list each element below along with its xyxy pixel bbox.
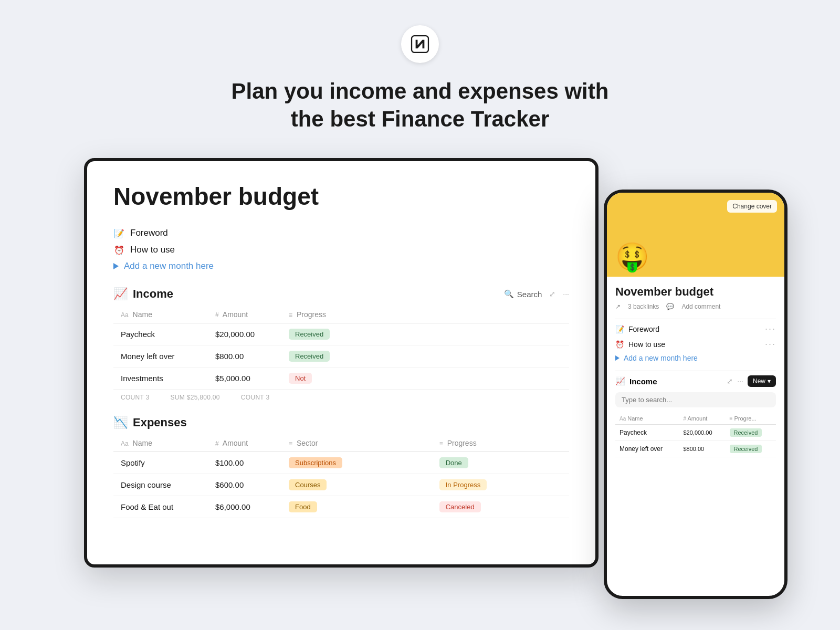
row-amount: $600.00 (208, 474, 281, 496)
mobile-content: November budget ↗ 3 backlinks 💬 Add comm… (607, 277, 784, 596)
mobile-foreword-link[interactable]: 📝 Foreword (615, 325, 659, 333)
row-amount: $5,000.00 (208, 368, 281, 390)
more-options-icon[interactable]: ··· (563, 290, 569, 298)
mobile-row-progress: Received (726, 441, 776, 457)
add-month-link[interactable]: Add a new month here (113, 261, 569, 271)
mobile-row-amount: $20,000.00 (679, 425, 725, 441)
income-icon-m: 📈 (615, 376, 625, 386)
income-icon: 📈 (113, 287, 128, 301)
row-name: Paycheck (113, 323, 208, 345)
backlinks-icon: ↗ (615, 303, 621, 310)
devices-container: November budget 📝 Foreword ⏰ How to use … (52, 158, 788, 589)
row-sector: Subscriptions (281, 452, 432, 474)
col-header-name: Aa Name (113, 306, 208, 323)
mobile-search-input[interactable] (615, 392, 776, 407)
how-to-use-link[interactable]: ⏰ How to use (113, 244, 569, 256)
mobile-income-table: Aa Name # Amount ≡ Progre... Paycheck $2… (615, 413, 776, 457)
new-button[interactable]: New ▾ (748, 375, 776, 387)
how-to-use-row: ⏰ How to use ··· (615, 339, 776, 350)
row-amount: $100.00 (208, 452, 281, 474)
row-name: Investments (113, 368, 208, 390)
foreword-icon: 📝 (113, 227, 125, 239)
row-progress: Not (281, 368, 569, 390)
foreword-row: 📝 Foreword ··· (615, 323, 776, 334)
mobile-row-name: Paycheck (615, 425, 679, 441)
table-row[interactable]: Money left over $800.00 Received (113, 345, 569, 368)
chevron-down-icon: ▾ (768, 377, 771, 385)
expenses-table: Aa Name # Amount ≡ Sector ≡ Progress (113, 435, 569, 518)
income-actions: 🔍 Search ⤢ ··· (504, 289, 569, 299)
more-icon-2[interactable]: ··· (765, 339, 776, 350)
more-icon[interactable]: ··· (765, 323, 776, 334)
mobile-col-amount: # Amount (679, 413, 725, 425)
income-title: 📈 Income (113, 287, 173, 301)
table-row[interactable]: Paycheck $20,000.00 Received (113, 323, 569, 345)
mobile-page-title: November budget (615, 285, 776, 299)
desktop-mockup: November budget 📝 Foreword ⏰ How to use … (84, 158, 598, 568)
change-cover-button[interactable]: Change cover (727, 200, 777, 213)
triangle-icon-m (615, 355, 620, 361)
hero-section: Plan you income and expenses with the be… (0, 0, 840, 158)
table-row[interactable]: Investments $5,000.00 Not (113, 368, 569, 390)
foreword-icon-m: 📝 (615, 325, 624, 333)
col-header-progress: ≡ Progress (281, 306, 569, 323)
mobile-income-header: 📈 Income ⤢ ··· New ▾ (615, 375, 776, 387)
hero-title: Plan you income and expenses with the be… (232, 78, 609, 133)
how-to-use-icon: ⏰ (113, 244, 125, 256)
mobile-table-row[interactable]: Paycheck $20,000.00 Received (615, 425, 776, 441)
mobile-expand-icon[interactable]: ⤢ (727, 377, 733, 385)
mobile-backlinks: ↗ 3 backlinks 💬 Add comment (615, 303, 776, 310)
comment-icon: 💬 (666, 303, 674, 310)
expenses-icon: 📉 (113, 416, 128, 429)
mobile-how-to-use-link[interactable]: ⏰ How to use (615, 340, 665, 349)
divider (615, 319, 776, 319)
mobile-row-amount: $800.00 (679, 441, 725, 457)
row-amount: $20,000.00 (208, 323, 281, 345)
add-month-row: Add a new month here (615, 354, 776, 362)
divider-2 (615, 371, 776, 371)
income-section: 📈 Income 🔍 Search ⤢ ··· (113, 287, 569, 405)
col-header-amount: # Amount (208, 306, 281, 323)
row-sector: Food (281, 496, 432, 518)
row-amount: $800.00 (208, 345, 281, 368)
mobile-col-progress: ≡ Progre... (726, 413, 776, 425)
income-table: Aa Name # Amount ≡ Progress Pay (113, 306, 569, 390)
row-name: Design course (113, 474, 208, 496)
row-progress: In Progress (432, 474, 569, 496)
expenses-section: 📉 Expenses Aa Name # Amount (113, 416, 569, 518)
mobile-more-icon[interactable]: ··· (737, 377, 743, 385)
col-header-name-exp: Aa Name (113, 435, 208, 452)
row-name: Food & Eat out (113, 496, 208, 518)
table-row[interactable]: Design course $600.00 Courses In Progres… (113, 474, 569, 496)
mobile-income-actions: ⤢ ··· New ▾ (727, 375, 776, 387)
mobile-row-name: Money left over (615, 441, 679, 457)
desktop-page-links: 📝 Foreword ⏰ How to use Add a new month … (113, 227, 569, 271)
row-amount: $6,000.00 (208, 496, 281, 518)
table-row[interactable]: Food & Eat out $6,000.00 Food Canceled (113, 496, 569, 518)
mobile-row-progress: Received (726, 425, 776, 441)
col-header-sector: ≡ Sector (281, 435, 432, 452)
how-to-use-icon-m: ⏰ (615, 340, 624, 349)
cover-emoji: 🤑 (615, 243, 649, 270)
mobile-table-row[interactable]: Money left over $800.00 Received (615, 441, 776, 457)
income-footer: COUNT 3 SUM $25,800.00 COUNT 3 (113, 390, 569, 405)
row-sector: Courses (281, 474, 432, 496)
mobile-cover: Change cover 🤑 (607, 193, 784, 277)
foreword-link[interactable]: 📝 Foreword (113, 227, 569, 239)
row-name: Money left over (113, 345, 208, 368)
mobile-mockup: Change cover 🤑 November budget ↗ 3 backl… (604, 190, 788, 599)
col-header-amount-exp: # Amount (208, 435, 281, 452)
mobile-add-month-link[interactable]: Add a new month here (615, 354, 698, 362)
notion-logo (401, 25, 439, 63)
table-row[interactable]: Spotify $100.00 Subscriptions Done (113, 452, 569, 474)
triangle-icon (113, 263, 119, 269)
income-search-btn[interactable]: 🔍 Search (504, 289, 542, 299)
expand-icon[interactable]: ⤢ (549, 290, 555, 298)
row-progress: Done (432, 452, 569, 474)
row-progress: Received (281, 323, 569, 345)
col-header-progress-exp: ≡ Progress (432, 435, 569, 452)
desktop-page-title: November budget (113, 182, 569, 211)
search-icon: 🔍 (504, 289, 514, 299)
mobile-page-links: 📝 Foreword ··· ⏰ How to use ··· Add a (615, 323, 776, 362)
row-progress: Received (281, 345, 569, 368)
